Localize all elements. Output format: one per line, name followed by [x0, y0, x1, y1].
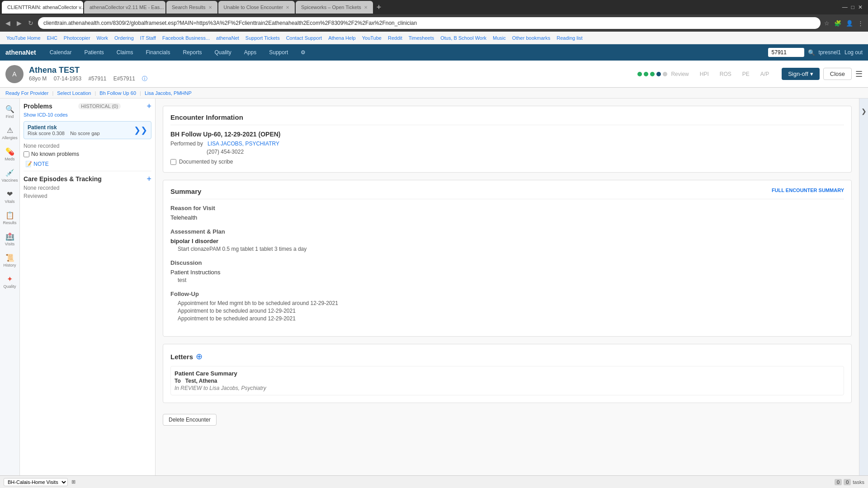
provider-link-text[interactable]: LISA JACOBS, PSYCHIATRY [208, 141, 279, 147]
bookmark-star-icon[interactable]: ☆ [823, 19, 830, 28]
bookmark-reading-list[interactable]: Reading list [554, 34, 585, 42]
sidebar-item-find[interactable]: 🔍 Find [1, 102, 19, 122]
review-step[interactable]: Review [667, 69, 692, 79]
sidebar-item-visits[interactable]: 🏥 Visits [1, 230, 19, 249]
select-location-link[interactable]: Select Location [57, 90, 91, 96]
nav-logout[interactable]: Log out [844, 49, 863, 56]
bh-follow-link[interactable]: Bh Follow Up 60 [99, 90, 136, 96]
reason-title: Reason for Visit [170, 205, 844, 211]
sidebar-item-results[interactable]: 📋 Results [1, 208, 19, 228]
risk-info: Patient risk Risk score 0.308 No score g… [28, 124, 100, 136]
bookmark-athenanet[interactable]: athenaNet [213, 34, 242, 42]
bookmark-youtube-home[interactable]: YouTube Home [4, 34, 43, 42]
nav-reports[interactable]: Reports [180, 47, 204, 57]
scribe-checkbox[interactable] [170, 159, 176, 165]
new-tab-button[interactable]: + [374, 3, 384, 12]
bookmark-facebook[interactable]: Facebook Business... [160, 34, 212, 42]
add-problem-button[interactable]: + [146, 102, 151, 110]
bookmark-contact-support[interactable]: Contact Support [283, 34, 325, 42]
bookmark-music[interactable]: Music [490, 34, 509, 42]
bookmark-other[interactable]: Other bookmarks [509, 34, 553, 42]
performed-by-row: Performed by LISA JACOBS, PSYCHIATRY [170, 141, 844, 147]
nav-apps[interactable]: Apps [241, 47, 259, 57]
nav-quality[interactable]: Quality [212, 47, 234, 57]
tab-2-label: athenaCollector v2.11 ME - Eas... [90, 5, 164, 10]
minimize-icon[interactable]: — [842, 4, 848, 10]
nav-patients[interactable]: Patients [81, 47, 106, 57]
info-icon[interactable]: ⓘ [142, 75, 147, 82]
bookmark-reddit[interactable]: Reddit [385, 34, 405, 42]
ap-step[interactable]: A/P [757, 69, 773, 79]
add-letter-button[interactable]: ⊕ [196, 352, 203, 361]
bookmark-athena-help[interactable]: Athena Help [326, 34, 359, 42]
nav-financials[interactable]: Financials [143, 47, 173, 57]
address-input[interactable] [38, 17, 821, 29]
bookmark-support-tickets[interactable]: Support Tickets [243, 34, 283, 42]
bookmark-photocopier[interactable]: Photocopier [61, 34, 93, 42]
tab-4[interactable]: Unable to Close Encounter ✕ [218, 1, 295, 14]
history-icon: 📜 [5, 253, 14, 262]
add-care-episode-button[interactable]: + [146, 175, 151, 183]
sidebar-item-vitals[interactable]: ❤ Vitals [1, 187, 19, 206]
nav-settings-icon[interactable]: ⚙ [298, 47, 308, 57]
summary-card: Summary FULL ENCOUNTER SUMMARY Reason fo… [163, 180, 852, 337]
grid-icon[interactable]: ⊞ [71, 479, 75, 485]
bookmark-it-staff[interactable]: IT Staff [137, 34, 159, 42]
tab-3[interactable]: Search Results ✕ [166, 1, 217, 14]
note-link[interactable]: 📝 NOTE [24, 161, 151, 167]
bookmark-otus[interactable]: Otus, B School Work [438, 34, 489, 42]
tab-5-close[interactable]: ✕ [364, 5, 368, 10]
maximize-icon[interactable]: □ [851, 4, 854, 10]
tab-4-close[interactable]: ✕ [286, 5, 289, 10]
close-window-icon[interactable]: ✕ [858, 4, 863, 10]
nav-claims[interactable]: Claims [114, 47, 136, 57]
tab-1[interactable]: CLIENTTRAIN: athenaCollector v... ✕ [2, 1, 83, 14]
sidebar-item-history[interactable]: 📜 History [1, 251, 19, 270]
nav-support[interactable]: Support [266, 47, 291, 57]
tab-3-close[interactable]: ✕ [208, 5, 212, 10]
tab-5[interactable]: Spiceworks – Open Tickets ✕ [296, 1, 373, 14]
care-episodes-section: Care Episodes & Tracking + None recorded… [24, 175, 151, 199]
ready-for-provider: Ready For Provider [5, 90, 48, 96]
extensions-icon[interactable]: 🧩 [833, 19, 842, 28]
no-known-checkbox[interactable] [24, 151, 29, 157]
patient-header: A Athena TEST 68yo M 07-14-1953 #57911 E… [0, 61, 868, 88]
ros-step[interactable]: ROS [716, 69, 735, 79]
forward-button[interactable]: ▶ [15, 19, 24, 28]
sidebar-toggle-icon[interactable]: ☰ [855, 69, 863, 79]
sidebar-item-quality[interactable]: ✦ Quality [1, 272, 19, 291]
bookmark-ehc[interactable]: EHC [44, 34, 60, 42]
provider-link[interactable]: Lisa Jacobs, PMHNP [145, 90, 192, 96]
delete-encounter-button[interactable]: Delete Encounter [163, 414, 217, 426]
bookmark-work[interactable]: Work [94, 34, 111, 42]
sign-off-button[interactable]: Sign-off ▾ [782, 68, 820, 80]
pe-step[interactable]: PE [739, 69, 753, 79]
nav-calendar[interactable]: Calendar [47, 47, 75, 57]
bookmark-timesheets[interactable]: Timesheets [406, 34, 437, 42]
back-button[interactable]: ◀ [4, 19, 12, 28]
right-panel-toggle[interactable]: ❯ [859, 99, 868, 475]
tab-2[interactable]: athenaCollector v2.11 ME - Eas... ✕ [84, 1, 165, 14]
bottom-dropdown[interactable]: BH-Calais-Home Visits [4, 478, 68, 486]
sidebar-item-allergies[interactable]: ⚠ Allergies [1, 123, 19, 143]
none-recorded-text: None recorded [24, 143, 151, 149]
visits-icon: 🏥 [5, 232, 14, 241]
bookmark-youtube[interactable]: YouTube [359, 34, 384, 42]
bookmark-ordering[interactable]: Ordering [112, 34, 137, 42]
show-icd-link[interactable]: Show ICD-10 codes [24, 112, 151, 117]
phone-number: (207) 454-3022 [170, 149, 844, 155]
meds-icon: 💊 [5, 147, 14, 156]
full-summary-link[interactable]: FULL ENCOUNTER SUMMARY [772, 188, 844, 193]
sidebar-item-meds[interactable]: 💊 Meds [1, 145, 19, 164]
status-sep-3: | [140, 90, 141, 96]
sidebar-item-vaccines[interactable]: 💉 Vaccines [1, 166, 19, 185]
profile-icon[interactable]: 👤 [845, 19, 854, 28]
reload-button[interactable]: ↻ [26, 19, 35, 28]
hpi-step[interactable]: HPI [696, 69, 712, 79]
divider-1 [24, 171, 151, 171]
nav-search-icon[interactable]: 🔍 [808, 49, 815, 56]
nav-search-input[interactable] [768, 48, 804, 57]
close-button[interactable]: Close [823, 68, 852, 80]
menu-icon[interactable]: ⋮ [857, 19, 864, 28]
risk-arrow-icon[interactable]: ❯❯ [134, 125, 147, 135]
